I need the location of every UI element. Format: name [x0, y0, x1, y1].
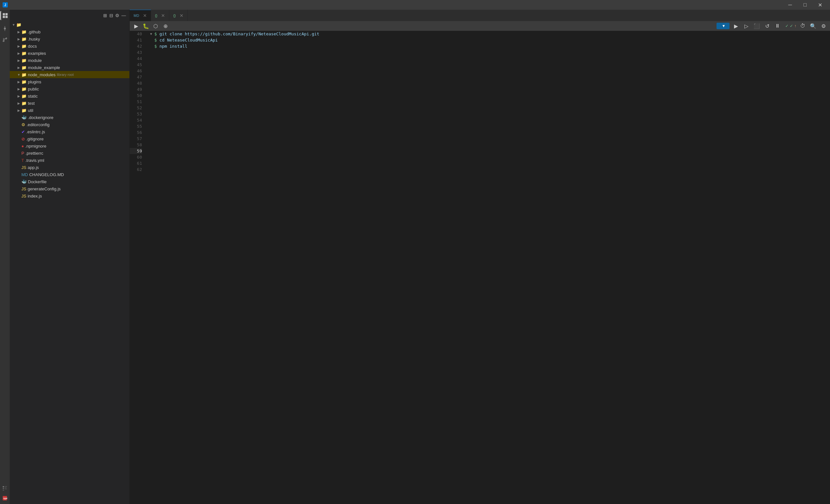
- settings-icon[interactable]: ⚙: [115, 13, 120, 18]
- tree-item-plugins[interactable]: ▶ 📁 plugins: [10, 78, 129, 85]
- util-label: util: [28, 108, 33, 113]
- tree-item-node-modules[interactable]: ▼ 📁 node_modules library root: [10, 71, 129, 78]
- window-controls: ─ □ ✕: [783, 0, 827, 10]
- restart-btn[interactable]: ↺: [763, 22, 771, 30]
- module-folder-icon: 📁: [22, 58, 27, 63]
- gitignore-label: .gitignore: [26, 136, 43, 141]
- tree-root[interactable]: ▼ 📁: [10, 21, 129, 28]
- examples-folder-icon: 📁: [22, 51, 27, 56]
- tree-item-util[interactable]: ▶ 📁 util: [10, 107, 129, 114]
- menu-run[interactable]: [45, 4, 50, 5]
- tab-package[interactable]: {} ✕: [169, 10, 187, 21]
- tree-item-npmignore[interactable]: ● .npmignore: [10, 143, 129, 150]
- history-btn[interactable]: ⏱: [799, 22, 807, 30]
- tree-item-github[interactable]: ▶ 📁 .github: [10, 28, 129, 35]
- tab-readme-close[interactable]: ✕: [143, 13, 147, 18]
- menu-file[interactable]: [10, 4, 15, 5]
- tree-item-docs[interactable]: ▶ 📁 docs: [10, 42, 129, 50]
- menu-help[interactable]: [68, 4, 73, 5]
- settings-toolbar-btn[interactable]: ⚙: [820, 22, 827, 30]
- current-file-button[interactable]: ▼: [716, 23, 730, 29]
- debug-btn2[interactable]: ▷: [742, 22, 750, 30]
- search-toolbar-btn[interactable]: 🔍: [809, 22, 817, 30]
- fold-40[interactable]: ▼: [149, 31, 153, 37]
- sidebar: ⊞ ⊟ ⚙ — ▼ 📁 ▶ 📁 .github: [10, 10, 130, 504]
- title-bar: J ─ □ ✕: [0, 0, 830, 10]
- github-arrow: ▶: [16, 30, 22, 34]
- menu-view[interactable]: [22, 4, 27, 5]
- tab-renovate-close[interactable]: ✕: [161, 13, 165, 18]
- tree-item-husky[interactable]: ▶ 📁 .husky: [10, 35, 129, 42]
- travis-label: .travis.yml: [25, 158, 44, 163]
- tree-item-dockerfile[interactable]: 🐳 Dockerfile: [10, 178, 129, 185]
- tree-item-module[interactable]: ▶ 📁 module: [10, 57, 129, 64]
- svg-rect-8: [5, 489, 7, 490]
- tab-readme[interactable]: MD ✕: [130, 10, 151, 21]
- test-label: test: [28, 101, 35, 106]
- activity-npm[interactable]: npm: [0, 494, 9, 503]
- node-modules-arrow: ▼: [16, 73, 22, 76]
- activity-commit[interactable]: [0, 24, 9, 33]
- menu-edit[interactable]: [15, 4, 21, 5]
- tab-package-icon: {}: [173, 13, 175, 18]
- coverage-button[interactable]: ⬡: [152, 22, 160, 30]
- examples-label: examples: [28, 51, 46, 56]
- editorconfig-label: .editorconfig: [27, 122, 50, 127]
- generateconfig-icon: JS: [22, 187, 26, 191]
- tree-item-static[interactable]: ▶ 📁 static: [10, 92, 129, 100]
- menu-window[interactable]: [62, 4, 67, 5]
- public-arrow: ▶: [16, 87, 22, 91]
- tree-item-public[interactable]: ▶ 📁 public: [10, 85, 129, 92]
- travis-icon: T: [22, 158, 24, 163]
- tree-item-module-example[interactable]: ▶ 📁 module_example: [10, 64, 129, 71]
- tab-package-close[interactable]: ✕: [180, 13, 184, 18]
- stop-btn[interactable]: ⬛: [753, 22, 761, 30]
- tree-item-changelog[interactable]: MD CHANGELOG.MD: [10, 171, 129, 178]
- pause-btn[interactable]: ⏸: [774, 22, 781, 30]
- menu-git[interactable]: [56, 4, 62, 5]
- profile-button[interactable]: ⊕: [161, 22, 169, 30]
- menu-refactor[interactable]: [39, 4, 44, 5]
- menu-tools[interactable]: [51, 4, 56, 5]
- changelog-label: CHANGELOG.MD: [29, 172, 64, 177]
- husky-folder-icon: 📁: [22, 37, 27, 41]
- tree-item-indexjs[interactable]: JS index.js: [10, 192, 129, 199]
- run-button[interactable]: ▶: [132, 22, 140, 30]
- maximize-button[interactable]: □: [798, 0, 812, 10]
- tab-renovate[interactable]: {} ✕: [151, 10, 169, 21]
- prettierrc-icon: P: [22, 151, 24, 156]
- tree-item-examples[interactable]: ▶ 📁 examples: [10, 50, 129, 57]
- tree-item-generateconfig[interactable]: JS generateConfig.js: [10, 185, 129, 192]
- tree-item-dockerignore[interactable]: 🐳 .dockerignore: [10, 114, 129, 121]
- activity-structure[interactable]: [0, 484, 9, 493]
- new-folder-icon[interactable]: ⊞: [103, 13, 107, 18]
- svg-rect-6: [5, 486, 7, 487]
- collapse-all-icon[interactable]: ⊟: [109, 13, 114, 18]
- debug-button[interactable]: 🐛: [142, 22, 150, 30]
- code-line-40: ▼ $ git clone https://github.com/Binaryi…: [149, 31, 830, 37]
- tab-renovate-icon: {}: [155, 13, 157, 18]
- editor-row: 4041424344 4546474849 5051525354 5556575…: [130, 31, 830, 504]
- tree-item-test[interactable]: ▶ 📁 test: [10, 100, 129, 107]
- activity-project[interactable]: [0, 11, 9, 20]
- tree-item-editorconfig[interactable]: ⚙ .editorconfig: [10, 121, 129, 128]
- tree-item-eslintrc[interactable]: ✔ .eslintrc.js: [10, 128, 129, 135]
- public-folder-icon: 📁: [22, 87, 27, 91]
- examples-arrow: ▶: [16, 52, 22, 55]
- svg-text:npm: npm: [3, 497, 7, 500]
- app-logo: J: [3, 2, 8, 7]
- github-label: .github: [28, 30, 40, 34]
- plugins-folder-icon: 📁: [22, 80, 27, 84]
- tree-item-travis[interactable]: T .travis.yml: [10, 157, 129, 164]
- tree-item-gitignore[interactable]: ⊘ .gitignore: [10, 135, 129, 143]
- menu-code[interactable]: [33, 4, 38, 5]
- close-sidebar-icon[interactable]: —: [122, 13, 126, 18]
- run-btn2[interactable]: ▶: [732, 22, 740, 30]
- minimize-button[interactable]: ─: [783, 0, 798, 10]
- tree-item-appjs[interactable]: JS app.js: [10, 164, 129, 171]
- activity-pull-requests[interactable]: [0, 36, 9, 45]
- tree-item-prettierrc[interactable]: P .prettierrc: [10, 150, 129, 157]
- code-area[interactable]: ▼ $ git clone https://github.com/Binaryi…: [146, 31, 830, 504]
- menu-navigate[interactable]: [27, 4, 32, 5]
- close-button[interactable]: ✕: [812, 0, 827, 10]
